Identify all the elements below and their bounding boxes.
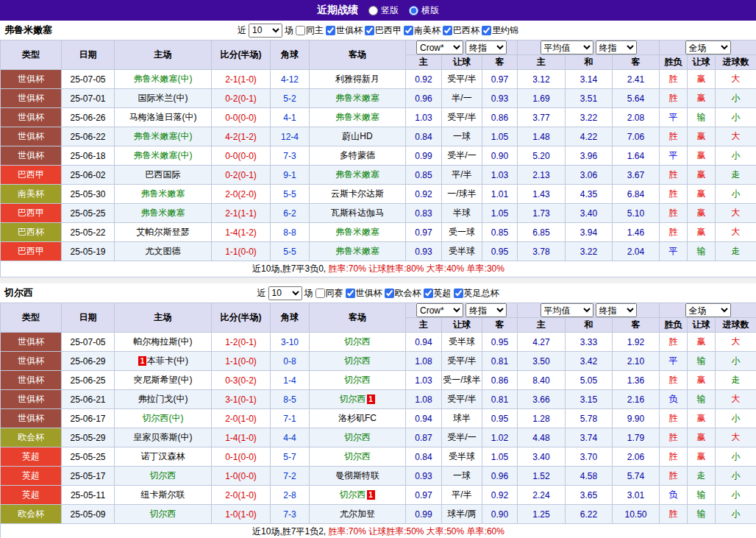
home-team-name[interactable]: 国际米兰(中) — [138, 93, 188, 103]
home-team-name[interactable]: 弗鲁米嫩塞(中) — [134, 131, 193, 141]
mode-option-vertical[interactable]: 竖版 — [368, 4, 399, 17]
league-filter-0[interactable]: 世俱杯 — [326, 24, 363, 37]
away-team-name[interactable]: 弗鲁米嫩塞 — [335, 169, 379, 180]
league-filter-0-box[interactable] — [346, 289, 355, 298]
league-filter-1-box[interactable] — [365, 26, 374, 35]
same-filter-box[interactable] — [296, 26, 305, 35]
home-team-name[interactable]: 切尔西 — [150, 470, 176, 481]
home-team-name[interactable]: 突尼斯希望(中) — [134, 375, 193, 385]
handicap-line: 一/球半 — [442, 185, 482, 204]
asian-sub-header: 主 — [406, 318, 442, 333]
result-outcome: 负 — [660, 390, 688, 409]
away-team-name[interactable]: 瓦斯科达伽马 — [331, 208, 384, 218]
away-team-name[interactable]: 弗鲁米嫩塞 — [335, 227, 379, 237]
league-filter-2-box[interactable] — [424, 289, 433, 298]
league-badge: 南美杯 — [1, 185, 62, 204]
home-team-name[interactable]: 马梅洛迪日落(中) — [129, 112, 197, 122]
home-team-name[interactable]: 皇家贝蒂斯(中) — [134, 432, 193, 442]
league-filter-4[interactable]: 里约锦 — [482, 24, 518, 37]
away-team-name[interactable]: 洛杉矶FC — [338, 413, 377, 423]
handicap-line: 半球 — [442, 204, 482, 223]
away-team-name[interactable]: 切尔西 — [344, 336, 371, 347]
away-team-name[interactable]: 弗鲁米嫩塞 — [335, 112, 379, 122]
scope-select[interactable]: 全场 — [685, 40, 731, 54]
home-team-name[interactable]: 切尔西(中) — [143, 413, 184, 423]
home-team-name[interactable]: 弗拉门戈(中) — [138, 394, 188, 404]
same-filter[interactable]: 同主 — [296, 24, 324, 37]
asian-home-odds: 0.84 — [406, 447, 442, 467]
home-team-name[interactable]: 纽卡斯尔联 — [141, 489, 185, 500]
league-filter-3-box[interactable] — [454, 289, 463, 298]
euro-final-odds-select[interactable]: 终指 — [596, 303, 637, 317]
home-team-name[interactable]: 诺丁汉森林 — [141, 451, 185, 461]
vertical-layout-radio[interactable] — [368, 6, 378, 15]
result-outcome: 平 — [660, 146, 688, 166]
home-team-name[interactable]: 弗鲁米嫩塞 — [141, 188, 185, 199]
result-sub-header: 让球 — [688, 318, 716, 333]
result-handicap: 赢 — [688, 89, 716, 108]
result-outcome: 平 — [660, 352, 688, 371]
league-filter-3-box[interactable] — [443, 26, 452, 35]
league-filter-2-box[interactable] — [404, 26, 413, 35]
away-team-name[interactable]: 弗鲁米嫩塞 — [335, 246, 379, 256]
league-filter-3[interactable]: 巴西杯 — [443, 24, 479, 37]
same-filter[interactable]: 同赛 — [315, 287, 343, 300]
league-filter-1[interactable]: 欧会杯 — [385, 287, 421, 300]
corners: 0-8 — [271, 352, 310, 371]
away-team-name[interactable]: 尤尔加登 — [340, 509, 375, 519]
away-team-name[interactable]: 切尔西 — [344, 355, 371, 366]
home-team-name[interactable]: 巴西国际 — [146, 169, 181, 180]
league-filter-3[interactable]: 英足总杯 — [454, 287, 499, 300]
away-team-cell: 利雅得新月 — [310, 70, 406, 89]
away-team-name[interactable]: 切尔西 — [344, 432, 371, 442]
league-filter-2[interactable]: 英超 — [424, 287, 452, 300]
asian-home-odds: 1.03 — [406, 108, 442, 127]
away-team-name[interactable]: 云斯卡尔达斯 — [331, 188, 384, 199]
away-team-name[interactable]: 切尔西 — [344, 375, 371, 385]
away-team-name[interactable]: 利雅得新月 — [335, 74, 379, 84]
home-team-cell: 1本菲卡(中) — [115, 352, 212, 371]
asian-final-odds-select[interactable]: 终指 — [466, 40, 507, 54]
column-header: 日期 — [62, 40, 115, 70]
away-team-name[interactable]: 曼彻斯特联 — [335, 470, 379, 481]
same-filter-box[interactable] — [315, 289, 325, 298]
recent-count-select[interactable]: 10 — [249, 24, 282, 38]
home-team-name[interactable]: 弗鲁米嫩塞 — [141, 208, 185, 218]
corners: 5-7 — [271, 447, 310, 467]
scope-select[interactable]: 全场 — [685, 303, 731, 317]
league-filter-4-box[interactable] — [482, 26, 491, 35]
home-team-name[interactable]: 艾帕尔斯登瑟 — [137, 227, 190, 237]
league-filter-2[interactable]: 南美杯 — [404, 24, 441, 37]
mode-option-horizontal[interactable]: 横版 — [409, 4, 439, 17]
league-filter-0[interactable]: 世俱杯 — [346, 287, 382, 300]
league-filter-1-box[interactable] — [385, 289, 394, 298]
euro-final-odds-select[interactable]: 终指 — [596, 40, 637, 54]
league-filter-1[interactable]: 巴西甲 — [365, 24, 402, 37]
recent-count-select[interactable]: 10 — [268, 286, 302, 300]
home-team-name[interactable]: 弗鲁米嫩塞(中) — [134, 150, 193, 160]
bookmaker-select[interactable]: Crow* — [416, 40, 463, 54]
asian-away-odds: 1.02 — [482, 428, 518, 447]
euro-average-select[interactable]: 平均值 — [541, 303, 593, 317]
home-team-name[interactable]: 本菲卡(中) — [147, 355, 188, 366]
score: 4-2(1-2) — [212, 127, 271, 146]
result-outcome: 胜 — [660, 166, 688, 185]
away-team-name[interactable]: 蔚山HD — [342, 131, 372, 141]
away-team-name[interactable]: 切尔西 — [340, 394, 366, 404]
home-team-cell: 弗鲁米嫩塞(中) — [115, 127, 212, 146]
euro-away-odds: 2.08 — [613, 108, 660, 127]
away-team-name[interactable]: 弗鲁米嫩塞 — [335, 93, 379, 103]
home-team-cell: 弗鲁米嫩塞 — [115, 185, 212, 204]
home-team-name[interactable]: 尤文图德 — [146, 246, 181, 256]
league-filter-0-box[interactable] — [326, 26, 335, 35]
home-team-name[interactable]: 切尔西 — [150, 509, 176, 519]
home-team-name[interactable]: 弗鲁米嫩塞(中) — [134, 74, 193, 84]
away-team-name[interactable]: 切尔西 — [344, 451, 371, 461]
home-team-name[interactable]: 帕尔梅拉斯(中) — [134, 336, 193, 347]
euro-average-select[interactable]: 平均值 — [541, 40, 593, 54]
away-team-name[interactable]: 多特蒙德 — [340, 150, 375, 160]
asian-final-odds-select[interactable]: 终指 — [466, 303, 507, 317]
away-team-name[interactable]: 切尔西 — [340, 489, 366, 500]
horizontal-layout-radio[interactable] — [409, 6, 418, 15]
bookmaker-select[interactable]: Crow* — [416, 303, 463, 317]
